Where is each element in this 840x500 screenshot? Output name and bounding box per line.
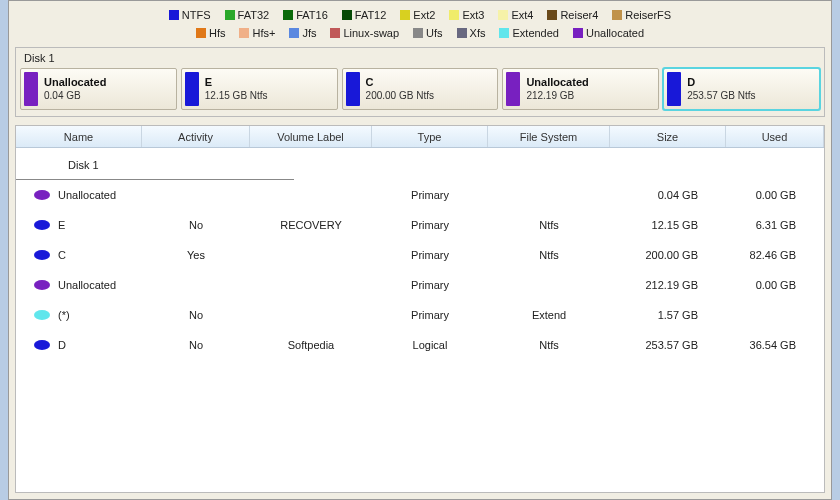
header-activity[interactable]: Activity (142, 126, 250, 147)
partition-color-bar (506, 72, 520, 106)
cell-file-system: Ntfs (488, 339, 610, 351)
header-name[interactable]: Name (16, 126, 142, 147)
partition-card[interactable]: C200.00 GB Ntfs (342, 68, 499, 110)
legend-item: Linux-swap (330, 27, 399, 39)
legend-item: Ext2 (400, 9, 435, 21)
header-used[interactable]: Used (726, 126, 824, 147)
partition-text: C200.00 GB Ntfs (366, 72, 434, 106)
partition-card[interactable]: D253.57 GB Ntfs (663, 68, 820, 110)
legend-label: Ext3 (462, 9, 484, 21)
partition-color-bar (24, 72, 38, 106)
cell-size: 0.04 GB (610, 189, 726, 201)
cell-size: 212.19 GB (610, 279, 726, 291)
cell-type: Primary (372, 279, 488, 291)
table-header: Name Activity Volume Label Type File Sys… (16, 126, 824, 148)
partition-sub: 212.19 GB (526, 90, 588, 102)
cell-used: 0.00 GB (726, 279, 824, 291)
legend-swatch (169, 10, 179, 20)
legend-row-2: HfsHfs+JfsLinux-swapUfsXfsExtendedUnallo… (196, 27, 644, 39)
cell-type: Primary (372, 219, 488, 231)
legend-swatch (342, 10, 352, 20)
disk-icon (34, 250, 50, 260)
partition-text: D253.57 GB Ntfs (687, 72, 755, 106)
partition-title: D (687, 76, 755, 89)
table-row[interactable]: ENoRECOVERYPrimaryNtfs12.15 GB6.31 GB (16, 210, 824, 240)
cell-name: E (58, 219, 65, 231)
cell-file-system: Extend (488, 309, 610, 321)
cell-type: Primary (372, 309, 488, 321)
cell-size: 200.00 GB (610, 249, 726, 261)
legend-label: Hfs+ (252, 27, 275, 39)
cell-used: 0.00 GB (726, 189, 824, 201)
legend-swatch (239, 28, 249, 38)
cell-name: D (58, 339, 66, 351)
header-size[interactable]: Size (610, 126, 726, 147)
partition-table: Name Activity Volume Label Type File Sys… (15, 125, 825, 493)
partition-title: C (366, 76, 434, 89)
legend-label: NTFS (182, 9, 211, 21)
table-row[interactable]: UnallocatedPrimary0.04 GB0.00 GB (16, 180, 824, 210)
cell-size: 12.15 GB (610, 219, 726, 231)
disk-icon (34, 310, 50, 320)
cell-type: Primary (372, 249, 488, 261)
partition-sub: 200.00 GB Ntfs (366, 90, 434, 102)
partition-text: E12.15 GB Ntfs (205, 72, 268, 106)
table-row[interactable]: UnallocatedPrimary212.19 GB0.00 GB (16, 270, 824, 300)
legend-item: Xfs (457, 27, 486, 39)
cell-file-system: Ntfs (488, 249, 610, 261)
legend-label: Unallocated (586, 27, 644, 39)
legend-swatch (449, 10, 459, 20)
legend-swatch (400, 10, 410, 20)
cell-name: Unallocated (58, 189, 116, 201)
partition-text: Unallocated212.19 GB (526, 72, 588, 106)
legend-item: Ufs (413, 27, 443, 39)
partition-card[interactable]: E12.15 GB Ntfs (181, 68, 338, 110)
partition-color-bar (185, 72, 199, 106)
legend-item: NTFS (169, 9, 211, 21)
legend-label: Extended (512, 27, 558, 39)
table-group-label: Disk 1 (16, 159, 142, 171)
legend-swatch (573, 28, 583, 38)
disk-icon (34, 280, 50, 290)
cell-name: C (58, 249, 66, 261)
disk-panel-label: Disk 1 (20, 50, 820, 68)
cell-size: 1.57 GB (610, 309, 726, 321)
legend-item: FAT32 (225, 9, 270, 21)
cell-activity: Yes (142, 249, 250, 261)
table-row[interactable]: (*)NoPrimaryExtend1.57 GB (16, 300, 824, 330)
legend-item: Unallocated (573, 27, 644, 39)
table-group-row[interactable]: Disk 1 (16, 150, 294, 180)
partition-title: Unallocated (526, 76, 588, 89)
legend-swatch (498, 10, 508, 20)
partition-card[interactable]: Unallocated0.04 GB (20, 68, 177, 110)
legend-label: Xfs (470, 27, 486, 39)
cell-file-system: Ntfs (488, 219, 610, 231)
table-row[interactable]: DNoSoftpediaLogicalNtfs253.57 GB36.54 GB (16, 330, 824, 360)
header-file-system[interactable]: File System (488, 126, 610, 147)
cell-type: Logical (372, 339, 488, 351)
cell-used: 36.54 GB (726, 339, 824, 351)
cell-activity: No (142, 219, 250, 231)
cell-name: Unallocated (58, 279, 116, 291)
legend-item: Hfs+ (239, 27, 275, 39)
cell-used: 82.46 GB (726, 249, 824, 261)
cell-name: (*) (58, 309, 70, 321)
legend-item: Extended (499, 27, 558, 39)
partition-sub: 253.57 GB Ntfs (687, 90, 755, 102)
filesystem-legend: NTFSFAT32FAT16FAT12Ext2Ext3Ext4Reiser4Re… (9, 1, 831, 45)
partition-card[interactable]: Unallocated212.19 GB (502, 68, 659, 110)
cell-used: 6.31 GB (726, 219, 824, 231)
legend-swatch (330, 28, 340, 38)
partition-color-bar (667, 72, 681, 106)
disk-panel: Disk 1 Unallocated0.04 GBE12.15 GB NtfsC… (15, 47, 825, 117)
cell-activity: No (142, 339, 250, 351)
header-volume-label[interactable]: Volume Label (250, 126, 372, 147)
cell-size: 253.57 GB (610, 339, 726, 351)
table-row[interactable]: CYesPrimaryNtfs200.00 GB82.46 GB (16, 240, 824, 270)
legend-label: FAT12 (355, 9, 387, 21)
header-type[interactable]: Type (372, 126, 488, 147)
legend-label: Linux-swap (343, 27, 399, 39)
legend-swatch (612, 10, 622, 20)
disk-icon (34, 340, 50, 350)
table-body: Disk 1UnallocatedPrimary0.04 GB0.00 GBEN… (16, 150, 824, 360)
